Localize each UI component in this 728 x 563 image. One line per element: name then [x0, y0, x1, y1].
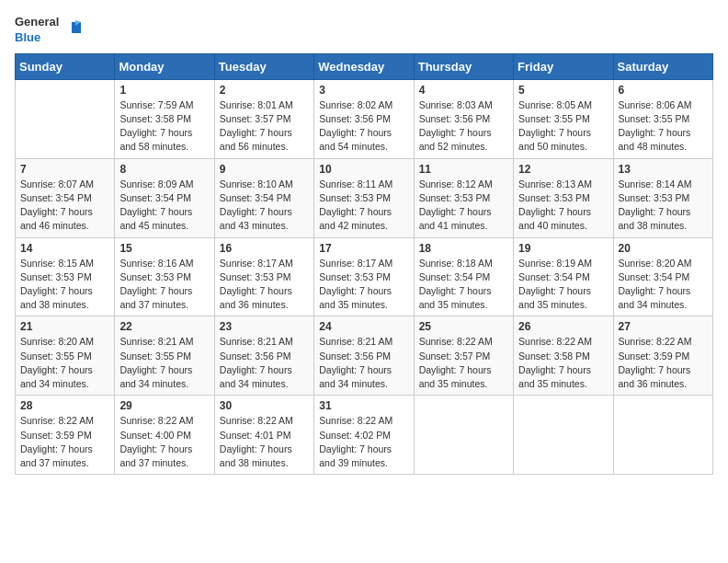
day-info: Sunrise: 8:20 AM Sunset: 3:54 PM Dayligh…: [619, 257, 708, 313]
day-number: 8: [119, 163, 209, 176]
calendar-cell: 31Sunrise: 8:22 AM Sunset: 4:02 PM Dayli…: [314, 396, 414, 475]
calendar-cell: 30Sunrise: 8:22 AM Sunset: 4:01 PM Dayli…: [214, 396, 313, 475]
calendar-cell: 1Sunrise: 7:59 AM Sunset: 3:58 PM Daylig…: [115, 79, 214, 158]
day-info: Sunrise: 8:06 AM Sunset: 3:55 PM Dayligh…: [619, 98, 708, 155]
calendar-cell: 2Sunrise: 8:01 AM Sunset: 3:57 PM Daylig…: [214, 79, 313, 158]
calendar-cell: 28Sunrise: 8:22 AM Sunset: 3:59 PM Dayli…: [16, 396, 115, 475]
calendar-cell: 8Sunrise: 8:09 AM Sunset: 3:54 PM Daylig…: [115, 158, 214, 237]
calendar-cell: 4Sunrise: 8:03 AM Sunset: 3:56 PM Daylig…: [414, 79, 513, 158]
calendar-header-row: SundayMondayTuesdayWednesdayThursdayFrid…: [16, 53, 713, 79]
logo-blue: Blue: [15, 30, 40, 46]
calendar-cell: 16Sunrise: 8:17 AM Sunset: 3:53 PM Dayli…: [214, 237, 313, 316]
calendar-cell: 5Sunrise: 8:05 AM Sunset: 3:55 PM Daylig…: [514, 79, 613, 158]
calendar-cell: [16, 79, 115, 158]
day-info: Sunrise: 8:22 AM Sunset: 4:01 PM Dayligh…: [220, 414, 309, 470]
day-info: Sunrise: 8:16 AM Sunset: 3:53 PM Dayligh…: [119, 257, 209, 313]
day-number: 29: [119, 399, 209, 412]
day-info: Sunrise: 8:12 AM Sunset: 3:53 PM Dayligh…: [419, 178, 508, 234]
day-info: Sunrise: 8:19 AM Sunset: 3:54 PM Dayligh…: [518, 257, 608, 313]
day-info: Sunrise: 8:18 AM Sunset: 3:54 PM Dayligh…: [419, 257, 508, 313]
day-number: 12: [518, 163, 608, 176]
day-number: 28: [20, 399, 109, 412]
calendar-week-row: 1Sunrise: 7:59 AM Sunset: 3:58 PM Daylig…: [16, 79, 713, 158]
logo: General Blue: [15, 15, 83, 46]
calendar-cell: 25Sunrise: 8:22 AM Sunset: 3:57 PM Dayli…: [414, 316, 513, 396]
day-info: Sunrise: 8:21 AM Sunset: 3:55 PM Dayligh…: [119, 335, 209, 391]
calendar-cell: 7Sunrise: 8:07 AM Sunset: 3:54 PM Daylig…: [16, 158, 115, 237]
day-number: 2: [220, 84, 309, 97]
day-number: 19: [518, 242, 608, 255]
day-info: Sunrise: 8:03 AM Sunset: 3:56 PM Dayligh…: [419, 98, 508, 155]
page-header: General Blue: [15, 15, 713, 46]
calendar-table: SundayMondayTuesdayWednesdayThursdayFrid…: [15, 53, 713, 475]
day-number: 13: [619, 163, 708, 176]
day-number: 31: [319, 399, 408, 412]
calendar-cell: 11Sunrise: 8:12 AM Sunset: 3:53 PM Dayli…: [414, 158, 513, 237]
day-info: Sunrise: 8:01 AM Sunset: 3:57 PM Dayligh…: [220, 98, 309, 155]
day-number: 25: [419, 320, 508, 333]
calendar-col-header: Friday: [514, 53, 613, 79]
day-number: 22: [119, 320, 209, 333]
day-number: 6: [619, 84, 708, 97]
calendar-cell: 22Sunrise: 8:21 AM Sunset: 3:55 PM Dayli…: [115, 316, 214, 396]
day-info: Sunrise: 8:02 AM Sunset: 3:56 PM Dayligh…: [319, 98, 408, 155]
calendar-cell: 19Sunrise: 8:19 AM Sunset: 3:54 PM Dayli…: [514, 237, 613, 316]
calendar-week-row: 21Sunrise: 8:20 AM Sunset: 3:55 PM Dayli…: [16, 316, 713, 396]
day-number: 21: [20, 320, 109, 333]
day-number: 18: [419, 242, 508, 255]
calendar-col-header: Sunday: [16, 53, 115, 79]
calendar-col-header: Thursday: [414, 53, 513, 79]
day-number: 7: [20, 163, 109, 176]
day-number: 24: [319, 320, 408, 333]
day-info: Sunrise: 8:22 AM Sunset: 4:00 PM Dayligh…: [119, 414, 209, 470]
calendar-cell: 15Sunrise: 8:16 AM Sunset: 3:53 PM Dayli…: [115, 237, 214, 316]
calendar-week-row: 28Sunrise: 8:22 AM Sunset: 3:59 PM Dayli…: [16, 396, 713, 475]
calendar-cell: 9Sunrise: 8:10 AM Sunset: 3:54 PM Daylig…: [214, 158, 313, 237]
day-info: Sunrise: 8:22 AM Sunset: 3:57 PM Dayligh…: [419, 335, 508, 391]
day-number: 5: [518, 84, 608, 97]
day-number: 20: [619, 242, 708, 255]
day-number: 16: [220, 242, 309, 255]
calendar-cell: 13Sunrise: 8:14 AM Sunset: 3:53 PM Dayli…: [613, 158, 712, 237]
day-info: Sunrise: 8:14 AM Sunset: 3:53 PM Dayligh…: [619, 178, 708, 234]
day-number: 9: [220, 163, 309, 176]
day-info: Sunrise: 8:22 AM Sunset: 4:02 PM Dayligh…: [319, 414, 408, 470]
calendar-col-header: Monday: [115, 53, 214, 79]
logo-general: General: [15, 15, 59, 30]
calendar-cell: [414, 396, 513, 475]
calendar-cell: 3Sunrise: 8:02 AM Sunset: 3:56 PM Daylig…: [314, 79, 414, 158]
day-info: Sunrise: 8:22 AM Sunset: 3:58 PM Dayligh…: [518, 335, 608, 391]
day-info: Sunrise: 8:05 AM Sunset: 3:55 PM Dayligh…: [518, 98, 608, 155]
day-info: Sunrise: 8:22 AM Sunset: 3:59 PM Dayligh…: [619, 335, 708, 391]
day-number: 23: [220, 320, 309, 333]
day-number: 14: [20, 242, 109, 255]
day-number: 3: [319, 84, 408, 97]
logo-flag-icon: [63, 20, 83, 40]
calendar-cell: 29Sunrise: 8:22 AM Sunset: 4:00 PM Dayli…: [115, 396, 214, 475]
calendar-cell: 6Sunrise: 8:06 AM Sunset: 3:55 PM Daylig…: [613, 79, 712, 158]
day-info: Sunrise: 8:10 AM Sunset: 3:54 PM Dayligh…: [220, 178, 309, 234]
calendar-cell: 27Sunrise: 8:22 AM Sunset: 3:59 PM Dayli…: [613, 316, 712, 396]
day-number: 10: [319, 163, 408, 176]
calendar-cell: 10Sunrise: 8:11 AM Sunset: 3:53 PM Dayli…: [314, 158, 414, 237]
calendar-cell: 17Sunrise: 8:17 AM Sunset: 3:53 PM Dayli…: [314, 237, 414, 316]
day-info: Sunrise: 8:20 AM Sunset: 3:55 PM Dayligh…: [20, 335, 109, 391]
day-info: Sunrise: 8:15 AM Sunset: 3:53 PM Dayligh…: [20, 257, 109, 313]
day-number: 30: [220, 399, 309, 412]
calendar-col-header: Wednesday: [314, 53, 414, 79]
day-number: 4: [419, 84, 508, 97]
calendar-cell: 26Sunrise: 8:22 AM Sunset: 3:58 PM Dayli…: [514, 316, 613, 396]
day-info: Sunrise: 8:09 AM Sunset: 3:54 PM Dayligh…: [119, 178, 209, 234]
day-info: Sunrise: 8:13 AM Sunset: 3:53 PM Dayligh…: [518, 178, 608, 234]
day-info: Sunrise: 7:59 AM Sunset: 3:58 PM Dayligh…: [119, 98, 209, 155]
day-info: Sunrise: 8:22 AM Sunset: 3:59 PM Dayligh…: [20, 414, 109, 470]
calendar-cell: 12Sunrise: 8:13 AM Sunset: 3:53 PM Dayli…: [514, 158, 613, 237]
day-info: Sunrise: 8:11 AM Sunset: 3:53 PM Dayligh…: [319, 178, 408, 234]
day-info: Sunrise: 8:07 AM Sunset: 3:54 PM Dayligh…: [20, 178, 109, 234]
day-info: Sunrise: 8:21 AM Sunset: 3:56 PM Dayligh…: [220, 335, 309, 391]
calendar-cell: 18Sunrise: 8:18 AM Sunset: 3:54 PM Dayli…: [414, 237, 513, 316]
calendar-cell: 14Sunrise: 8:15 AM Sunset: 3:53 PM Dayli…: [16, 237, 115, 316]
day-number: 26: [518, 320, 608, 333]
calendar-cell: 23Sunrise: 8:21 AM Sunset: 3:56 PM Dayli…: [214, 316, 313, 396]
calendar-cell: [613, 396, 712, 475]
